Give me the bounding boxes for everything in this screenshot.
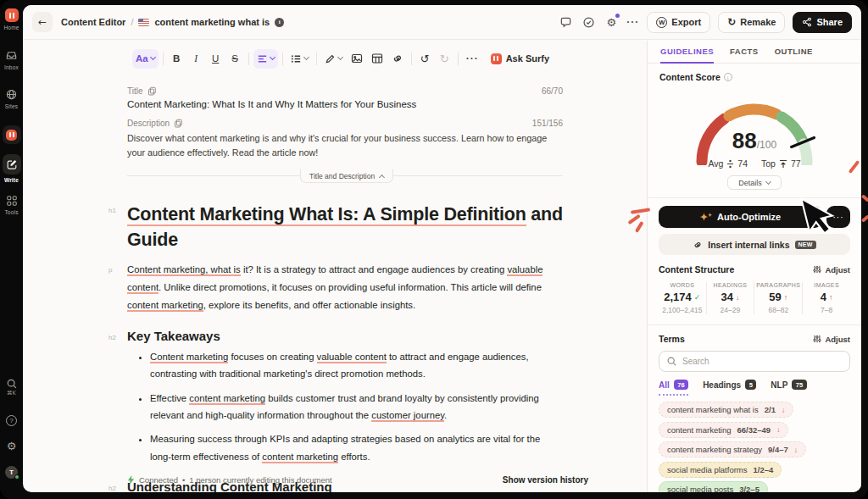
- meta-title-field[interactable]: Content Marketing: What Is It and Why It…: [127, 99, 563, 109]
- share-button[interactable]: Share: [793, 12, 852, 33]
- app-window: Home Inbox Sites Write Tools ⌘K: [0, 0, 868, 499]
- block-type-label: h2: [108, 485, 116, 492]
- details-button[interactable]: Details: [727, 175, 782, 190]
- stat-range: 7–8: [804, 306, 849, 314]
- pen-button[interactable]: [321, 49, 346, 69]
- strikethrough-button[interactable]: S: [226, 49, 244, 69]
- arrow-down-icon: ↓: [736, 293, 740, 302]
- document-body[interactable]: h1Content Marketing What Is: A Simple De…: [127, 190, 563, 492]
- terms-tab-nlp[interactable]: NLP75: [771, 380, 806, 396]
- content-score-section: Content Scorei 88/100 Avg 74 To: [648, 64, 861, 198]
- term-chip[interactable]: social media platforms1/2–4: [659, 462, 782, 478]
- remake-button[interactable]: ↻Remake: [718, 12, 785, 33]
- highlighted-term: Content marketing, what is: [127, 264, 241, 276]
- tab-guidelines[interactable]: GUIDELINES: [660, 47, 714, 64]
- structure-adjust-button[interactable]: Adjust: [813, 265, 850, 274]
- italic-button[interactable]: I: [187, 49, 205, 69]
- insert-table-button[interactable]: [368, 49, 387, 69]
- term-text: content marketing: [667, 425, 732, 435]
- sidebar-item-inbox[interactable]: Inbox: [0, 49, 23, 70]
- copy-icon[interactable]: [147, 86, 157, 96]
- structure-stat: HEADINGS34↓24–29: [706, 282, 754, 314]
- terms-adjust-button[interactable]: Adjust: [813, 335, 850, 344]
- header-actions: ⚙ ··· WExport ↻Remake Share: [558, 12, 852, 33]
- undo-button[interactable]: ↺: [416, 49, 434, 69]
- comments-button[interactable]: [558, 14, 573, 30]
- tab-outline[interactable]: OUTLINE: [775, 47, 813, 64]
- structure-stat: PARAGRAPHS59↑68–82: [754, 282, 802, 314]
- term-count: 2/1: [765, 405, 776, 414]
- surfy-icon: [491, 53, 502, 64]
- arrow-up-icon: ↑: [784, 293, 788, 302]
- help-button[interactable]: ?: [0, 415, 23, 426]
- grid-icon: [6, 195, 18, 207]
- doc-p[interactable]: Content marketing, what is it? It is a s…: [127, 261, 563, 314]
- bold-button[interactable]: B: [168, 49, 186, 69]
- insert-image-button[interactable]: [348, 49, 366, 69]
- info-icon[interactable]: i: [275, 18, 284, 27]
- term-chip[interactable]: content marketing66/32–49↓: [659, 422, 788, 438]
- copy-icon[interactable]: [174, 119, 183, 128]
- doc-h2[interactable]: Key Takeaways: [127, 329, 563, 343]
- redo-button[interactable]: ↻: [436, 49, 453, 69]
- toolbar-more-button[interactable]: ···: [463, 49, 482, 69]
- sidebar-item-tools[interactable]: Tools: [0, 195, 23, 215]
- align-button[interactable]: [253, 49, 278, 69]
- show-version-history-link[interactable]: Show version history: [503, 475, 588, 485]
- more-options-button[interactable]: ···: [626, 16, 639, 28]
- breadcrumb-content-editor[interactable]: Content Editor: [61, 17, 125, 27]
- score-gauge: 88/100: [674, 84, 835, 165]
- auto-optimize-button[interactable]: ✦✦Auto-Optimize: [659, 206, 822, 228]
- term-chip[interactable]: content marketing strategy9/4–7↓: [659, 441, 806, 457]
- terms-tab-all[interactable]: All76: [659, 380, 688, 396]
- bullet-item[interactable]: Measuring success through KPIs and adapt…: [150, 430, 563, 465]
- bullet-item[interactable]: Effective content marketing builds custo…: [150, 390, 563, 424]
- tab-label: NLP: [771, 380, 787, 390]
- sidebar-item-label: Home: [3, 25, 19, 30]
- info-icon[interactable]: i: [724, 73, 732, 81]
- top-header: ← Content Editor / content marketing wha…: [23, 5, 861, 40]
- tab-facts[interactable]: FACTS: [730, 47, 759, 64]
- title-description-collapse[interactable]: Title and Description: [300, 169, 393, 183]
- checks-button[interactable]: [581, 14, 596, 30]
- check-icon: ✓: [694, 293, 701, 302]
- sidebar-item-home[interactable]: Home: [0, 8, 23, 30]
- term-chip[interactable]: social media posts3/2–5: [659, 481, 768, 492]
- globe-icon: [5, 88, 18, 101]
- link-icon: [392, 53, 403, 64]
- table-icon: [371, 53, 383, 64]
- underline-button[interactable]: U: [207, 49, 225, 69]
- content-structure-section: Content Structure Adjust WORDS2,174✓2,10…: [648, 255, 861, 325]
- insert-link-button[interactable]: [388, 49, 407, 69]
- text-style-button[interactable]: Aa: [132, 49, 159, 69]
- terms-search-input[interactable]: [659, 352, 849, 371]
- red-annotation-stroke: [861, 194, 868, 202]
- sidebar-item-label: Tools: [4, 209, 18, 215]
- highlighted-term: customer journey: [371, 410, 444, 422]
- doc-h1[interactable]: Content Marketing What Is: A Simple Defi…: [127, 202, 563, 252]
- back-button[interactable]: ←: [32, 12, 53, 32]
- app-surface: ← Content Editor / content marketing wha…: [23, 5, 861, 492]
- user-avatar[interactable]: T: [0, 466, 23, 479]
- search-shortcut[interactable]: ⌘K: [0, 378, 23, 396]
- terms-tab-headings[interactable]: Headings5: [703, 380, 756, 396]
- document-title[interactable]: content marketing what is: [154, 17, 270, 27]
- bullet-item[interactable]: Content marketing focuses on creating va…: [150, 348, 563, 383]
- stat-value: 59: [769, 291, 781, 303]
- stat-range: 68–82: [756, 306, 800, 314]
- bullet-list[interactable]: Content marketing focuses on creating va…: [127, 348, 563, 465]
- sidebar-item-write[interactable]: Write: [0, 154, 23, 183]
- term-count: 3/2–5: [739, 485, 760, 492]
- sidebar-item-surfer[interactable]: [0, 125, 23, 144]
- term-chip[interactable]: content marketing what is2/1↓: [659, 402, 793, 418]
- breadcrumb: Content Editor / content marketing what …: [61, 17, 284, 27]
- sidebar-item-sites[interactable]: Sites: [0, 88, 23, 109]
- list-button[interactable]: [287, 49, 312, 69]
- editor-settings-button[interactable]: ⚙: [604, 14, 619, 30]
- chevron-down-icon: [765, 178, 771, 184]
- ask-surfy-button[interactable]: Ask Surfy: [491, 53, 549, 64]
- settings-button[interactable]: ⚙: [0, 441, 23, 452]
- export-button[interactable]: WExport: [647, 12, 710, 33]
- meta-description-field[interactable]: Discover what content marketing is and w…: [127, 131, 563, 159]
- stat-label: PARAGRAPHS: [756, 282, 800, 288]
